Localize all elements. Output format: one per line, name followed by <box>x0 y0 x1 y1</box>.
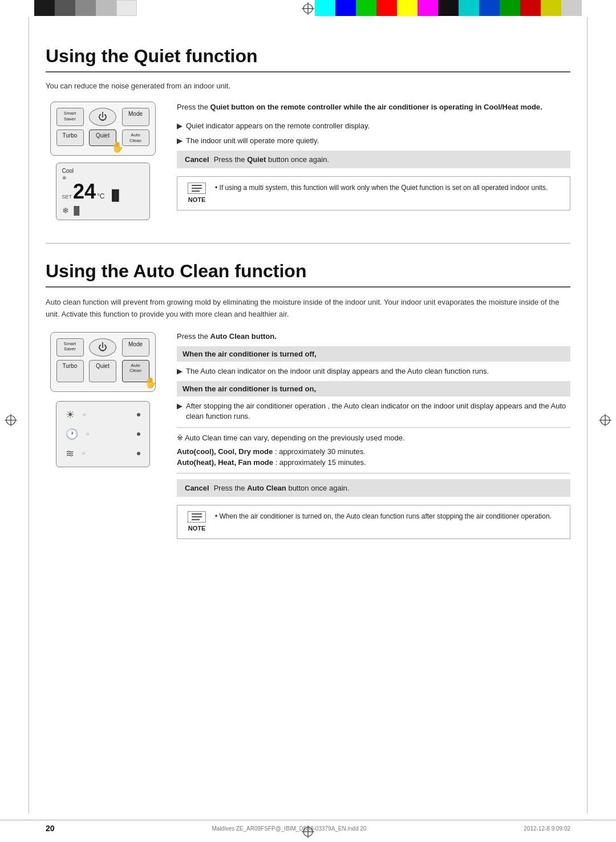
quiet-cancel-box: Cancel Press the Quiet button once again… <box>177 151 570 168</box>
color-bar-right <box>315 0 582 16</box>
color-block-white <box>116 0 137 16</box>
reg-mark-bottom-center <box>302 825 314 840</box>
auto-clean-bullet-on: ▶ After stopping the air conditioner ope… <box>177 401 570 422</box>
quiet-cancel-text: Press the Quiet button once again. <box>214 155 329 164</box>
auto-clean-section-title: Using the Auto Clean function <box>46 261 570 288</box>
quiet-section-body: Smart Saver ⏻ Mode Turbo Quiet ✋ Auto Cl… <box>46 102 570 220</box>
section-divider <box>46 243 570 244</box>
right-margin-line <box>587 17 587 813</box>
auto-display-box: ☀ ○ 🕐 ○ ≋ ○ <box>56 401 150 467</box>
bullet-arrow-off: ▶ <box>177 366 183 377</box>
auto-display-row2: 🕐 ○ <box>66 428 140 440</box>
auto-display-row3: ≋ ○ <box>66 447 140 460</box>
quiet-bullet-2-text: The indoor unit will operate more quietl… <box>186 136 319 146</box>
quiet-cancel-label: Cancel <box>185 155 209 164</box>
auto-clean-cancel-text: Press the Auto Clean button once again. <box>214 484 350 492</box>
display-temp: 24 <box>73 181 96 202</box>
quiet-remote-body: Smart Saver ⏻ Mode Turbo Quiet ✋ Auto Cl… <box>50 102 156 156</box>
quiet-main-instruction: Press the Quiet button on the remote con… <box>177 102 570 113</box>
bullet-arrow-1: ▶ <box>177 121 183 131</box>
auto-clean-cancel-label: Cancel <box>185 484 209 492</box>
mode-btn: Mode <box>122 108 149 126</box>
ac-mode-btn: Mode <box>122 338 149 357</box>
auto-dot-3 <box>137 452 140 455</box>
bullet-arrow-2: ▶ <box>177 136 183 146</box>
auto-clean-note-box: NOTE • When the air conditioner is turne… <box>177 505 570 540</box>
auto-clean-remote-row2: Turbo Quiet Auto Clean ✋ <box>56 360 149 382</box>
auto-clean-remote-body: Smart Saver ⏻ Mode Turbo Quiet Auto Clea… <box>50 332 156 392</box>
clock-icon: 🕐 <box>66 428 78 440</box>
turbo-btn: Turbo <box>56 129 84 146</box>
ac-power-btn: ⏻ <box>89 338 116 357</box>
wind-icon: ≋ <box>66 447 74 460</box>
auto-heat-time: : approximately 15 minutes. <box>275 458 366 467</box>
auto-dot-1 <box>137 413 140 416</box>
smart-saver-btn: Smart Saver <box>56 108 84 126</box>
color-block-lgray <box>96 0 116 16</box>
auto-clean-press-line: Press the Auto Clean button. <box>177 332 570 341</box>
reg-mark-right-middle <box>599 414 611 428</box>
main-content: Using the Quiet function You can reduce … <box>0 17 616 579</box>
quiet-bullet-1-text: Quiet indicator appears on the remote co… <box>186 121 370 131</box>
quiet-section-intro: You can reduce the noise generated from … <box>46 82 570 90</box>
when-on-header: When the air conditioner is turned on, <box>177 381 570 396</box>
sun-icon: ☀ <box>66 408 75 421</box>
quiet-bullet-1: ▶ Quiet indicator appears on the remote … <box>177 121 570 131</box>
times-note-line2: Auto(cool), Cool, Dry mode : approximate… <box>177 446 570 458</box>
ac-quiet-btn: Quiet <box>89 360 116 382</box>
auto-clean-note-icon-container: NOTE <box>185 511 208 533</box>
quiet-instructions: Press the Quiet button on the remote con… <box>177 102 570 220</box>
auto-clean-btn-quiet: Auto Clean <box>122 129 149 146</box>
footer-filename: Maldives ZE_AR09FSFP@_IBIM_DB68-03379A_E… <box>212 825 367 832</box>
auto-heat-label: Auto(heat), Heat, Fan mode <box>177 458 273 467</box>
auto-clean-cancel-box: Cancel Press the Auto Clean button once … <box>177 479 570 497</box>
auto-clean-remote-container: Smart Saver ⏻ Mode Turbo Quiet Auto Clea… <box>46 332 160 540</box>
times-note-line1: ※ Auto Clean time can vary, depending on… <box>177 432 570 444</box>
quiet-btn: Quiet ✋ <box>89 129 116 146</box>
auto-clean-remote-row1: Smart Saver ⏻ Mode <box>56 338 149 357</box>
reg-mark-top-center <box>302 2 314 17</box>
quiet-bullet-2: ▶ The indoor unit will operate more quie… <box>177 136 570 146</box>
quiet-remote-row2: Turbo Quiet ✋ Auto Clean <box>56 129 149 146</box>
footer-left: 20 <box>46 824 55 833</box>
quiet-remote-container: Smart Saver ⏻ Mode Turbo Quiet ✋ Auto Cl… <box>46 102 160 220</box>
quiet-note-label: NOTE <box>188 195 206 205</box>
auto-cool-label: Auto(cool), Cool, Dry mode <box>177 447 273 456</box>
when-off-header: When the air conditioner is turned off, <box>177 346 570 362</box>
quiet-display-box: Cool ❄ SET 24 °C ▐▌ ❄ ▐▌ <box>56 163 150 220</box>
quiet-remote-row1: Smart Saver ⏻ Mode <box>56 108 149 126</box>
auto-clean-on-text: After stopping the air conditioner opera… <box>186 401 570 422</box>
color-block-black <box>34 0 55 16</box>
fan-bars-icon: ▐▌ <box>108 189 123 201</box>
auto-clean-intro: Auto clean function will prevent from gr… <box>46 297 570 321</box>
bullet-arrow-on: ▶ <box>177 401 183 422</box>
ac-turbo-btn: Turbo <box>56 360 84 382</box>
display-cool-label: Cool <box>62 168 144 174</box>
ac-smart-saver-btn: Smart Saver <box>56 338 84 357</box>
auto-clean-off-text: The Auto clean indicator on the indoor u… <box>186 366 489 377</box>
auto-cool-time: : approximately 30 minutes. <box>275 447 366 456</box>
auto-display-row1: ☀ ○ <box>66 408 140 421</box>
auto-clean-body: Smart Saver ⏻ Mode Turbo Quiet Auto Clea… <box>46 332 570 540</box>
quiet-note-box: NOTE • If using a multi system, this fun… <box>177 176 570 211</box>
footer-date: 2012-12-8 9:09:02 <box>524 825 570 832</box>
quiet-snowflake-display: ❄ ▐▌ <box>62 206 144 215</box>
left-margin-line <box>29 17 29 813</box>
power-btn: ⏻ <box>89 108 116 126</box>
quiet-note-icon-container: NOTE <box>185 183 208 205</box>
auto-clean-times-note: ※ Auto Clean time can vary, depending on… <box>177 427 570 473</box>
auto-clean-instructions: Press the Auto Clean button. When the ai… <box>177 332 570 540</box>
color-block-dgray <box>55 0 75 16</box>
auto-dot-2 <box>137 432 140 436</box>
set-label: SET <box>62 194 72 200</box>
page-number: 20 <box>46 824 55 833</box>
auto-clean-note-label: NOTE <box>188 524 206 533</box>
auto-clean-bullet-off: ▶ The Auto clean indicator on the indoor… <box>177 366 570 377</box>
reg-mark-left-middle <box>5 414 17 428</box>
times-note-line3: Auto(heat), Heat, Fan mode : approximate… <box>177 457 570 468</box>
ac-auto-clean-btn: Auto Clean ✋ <box>122 360 149 382</box>
auto-clean-note-text: • When the air conditioner is turned on,… <box>215 511 552 533</box>
display-degree: °C <box>97 192 104 200</box>
color-block-mgray <box>75 0 96 16</box>
quiet-section-title: Using the Quiet function <box>46 46 570 72</box>
